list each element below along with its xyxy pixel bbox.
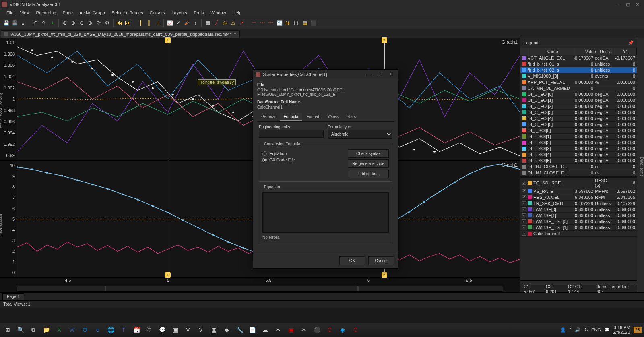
legend-row[interactable]: DI_I_SOI[1]0.000000degCA0.000000 [520, 134, 637, 140]
legend-check-icon[interactable]: ✓ [522, 232, 526, 236]
time-scrollbar[interactable] [17, 286, 503, 292]
menu-layouts[interactable]: Layouts [169, 10, 190, 16]
menu-tools[interactable]: Tools [191, 10, 206, 16]
legend-check-icon[interactable]: ✓ [522, 181, 526, 185]
legend-row[interactable]: ✓HES_ACCEL-6.843365RPM-6.843365 [520, 194, 637, 201]
refresh-icon[interactable]: ⟳ [95, 19, 102, 27]
legend-check-icon[interactable]: ✓ [522, 195, 526, 199]
legend-row[interactable]: DI_C_EOI[4]0.000000degCA0.000000 [520, 116, 637, 122]
zoom-full-icon[interactable]: ⊕ [61, 19, 68, 27]
app17-icon[interactable]: ✂ [299, 325, 309, 335]
cursor-pair-icon[interactable]: ╫ [145, 19, 153, 27]
calendar-icon[interactable]: 📅 [131, 325, 142, 335]
app21-icon[interactable]: C [350, 325, 361, 335]
ok-button[interactable]: OK [339, 256, 365, 265]
menu-active-graph[interactable]: Active Graph [77, 10, 107, 16]
annotation-torque[interactable]: Torque anomaly [198, 79, 236, 85]
tray-lang-icon[interactable]: ENG [591, 327, 601, 332]
word-icon[interactable]: W [67, 325, 77, 335]
tab-formula[interactable]: Formula [280, 113, 303, 121]
legend-check-icon[interactable]: ✓ [522, 189, 526, 193]
legend-row[interactable]: ✓TQ_SOURCEDFSO {6}6 [520, 178, 637, 188]
stop-icon[interactable]: ⬛ [310, 19, 317, 27]
legend-row[interactable]: DI_I_SOI[4]0.000000degCA0.000000 [520, 152, 637, 158]
tab-format[interactable]: Format [302, 113, 323, 121]
app19-icon[interactable]: C [324, 325, 335, 335]
legend-row[interactable]: DI_C_EOI[3]0.000000degCA0.000000 [520, 110, 637, 116]
outlook-icon[interactable]: O [80, 325, 90, 335]
redo-icon[interactable]: ↷ [40, 19, 47, 27]
save-icon[interactable]: 💾 [2, 19, 10, 27]
menu-help[interactable]: Help [230, 10, 244, 16]
check-syntax-button[interactable]: Check syntax [348, 149, 389, 158]
app5-icon[interactable]: 🛡 [144, 325, 155, 335]
line-red-icon[interactable]: ╱ [213, 19, 220, 27]
legend-row[interactable]: DI_I_SOI[5]0.000000degCA0.000000 [520, 158, 637, 164]
wave1-icon[interactable]: 〰 [250, 19, 258, 27]
legend-row[interactable]: DI_C_EOI[1]0.000000degCA0.000000 [520, 97, 637, 103]
chrome-icon[interactable]: 🌐 [105, 325, 116, 335]
legend-row[interactable]: ✓LAMBSE[1]0.890000unitless0.890000 [520, 213, 637, 219]
tab-yaxes[interactable]: YAxes [323, 113, 343, 121]
legend-pin-icon[interactable]: 📌 [628, 40, 634, 45]
legend-row[interactable]: ✓TR_SPK_CMD0.407229Unitless0.407229 [520, 201, 637, 207]
legend-row[interactable]: DI_INJ_CLOSE_DELAY0us0 [520, 164, 637, 170]
cursor1-icon[interactable]: ┃ [137, 19, 144, 27]
tray-up-icon[interactable]: ˄ [569, 327, 572, 333]
legend-check-icon[interactable]: ✓ [522, 219, 526, 223]
add-icon[interactable]: ＋ [49, 19, 56, 27]
app12-icon[interactable]: 🔧 [234, 325, 245, 335]
legend-check-icon[interactable]: ✓ [522, 207, 526, 211]
tray-person-icon[interactable]: 👤 [560, 327, 566, 333]
radio-csharp[interactable]: C# Code File [262, 157, 344, 162]
dialog-titlebar[interactable]: Scalar Properties[CalcChannel1] — ▢ ✕ [253, 70, 398, 79]
app10-icon[interactable]: ▦ [208, 325, 219, 335]
export-icon[interactable]: ⤓ [19, 19, 27, 27]
arrow-icon[interactable]: ↗ [238, 19, 245, 27]
save-all-icon[interactable]: 💾 [11, 19, 18, 27]
table-icon[interactable]: ▤ [301, 19, 308, 27]
tray-clock[interactable]: 3:16 PM 2/4/2021 [613, 325, 630, 335]
legend-check-icon[interactable]: ✓ [522, 213, 526, 217]
zoom-in-icon[interactable]: ⊕ [70, 19, 77, 27]
tab-general[interactable]: General [257, 113, 280, 121]
bars1-icon[interactable]: ⫿⫿ [284, 19, 291, 27]
legend-row[interactable]: fhld_b_tst_01_s0unitless0 [520, 61, 637, 67]
app8-icon[interactable]: V [183, 325, 193, 335]
zoom-y-icon[interactable]: ⊕ [87, 19, 94, 27]
legend-row[interactable]: DI_I_SOI[3]0.000000degCA0.000000 [520, 146, 637, 152]
dialog-close-button[interactable]: ✕ [387, 72, 396, 77]
legend-row[interactable]: ✓VS_RATE-3.597862MPH/s-3.597862 [520, 188, 637, 194]
legend-row[interactable]: fhld_b_tst_02_s0unitless0 [520, 67, 637, 73]
tab-close-icon[interactable]: × [234, 32, 236, 37]
legend-row[interactable]: DI_INJ_CLOSE_DELAY20us0 [520, 170, 637, 176]
app6-icon[interactable]: 💬 [157, 325, 167, 335]
legend-row[interactable]: V_MIS1000_[0]0events0 [520, 73, 637, 79]
undo-icon[interactable]: ↶ [32, 19, 39, 27]
formula-type-select[interactable]: Algebraic [328, 130, 392, 139]
maximize-button[interactable]: ▢ [626, 2, 630, 7]
menu-file[interactable]: File [4, 10, 16, 16]
tray-volume-icon[interactable]: 🔊 [575, 327, 580, 333]
radio-equation[interactable]: Equation [262, 151, 344, 156]
tab-stats[interactable]: Stats [343, 113, 360, 121]
legend-row[interactable]: DI_C_EOI[2]0.000000degCA0.000000 [520, 103, 637, 110]
legend-row[interactable]: DI_I_SOI[2]0.000000degCA0.000000 [520, 140, 637, 146]
menu-recording[interactable]: Recording [33, 10, 58, 16]
skip-fwd-icon[interactable]: ⏭ [124, 19, 132, 27]
app9-icon[interactable]: V [196, 325, 206, 335]
legend-row[interactable]: ✓LAMBSE[0]0.890000unitless0.890000 [520, 207, 637, 213]
legend-row[interactable]: VCT_ANGLE_EXH[0]-0.173987degCA-0.173987 [520, 55, 637, 61]
legend-row[interactable]: APP_PCT_PEDAL0.000000%0.000000 [520, 79, 637, 85]
wave2-icon[interactable]: 〰 [259, 19, 266, 27]
legend-row[interactable]: CATMN_OL_ARMED00 [520, 85, 637, 91]
bars2-icon[interactable]: ⫿⫿ [293, 19, 300, 27]
tray-action-icon[interactable]: 💬 [604, 327, 610, 333]
excel-icon[interactable]: X [54, 325, 64, 335]
chart-red-icon[interactable]: 📈 [166, 19, 173, 27]
app13-icon[interactable]: 📄 [247, 325, 258, 335]
legend-check-icon[interactable]: ✓ [522, 201, 526, 205]
app16-icon[interactable]: ▣ [286, 325, 296, 335]
scroll-thumb-2[interactable] [357, 286, 359, 291]
close-button[interactable]: ✕ [636, 2, 639, 7]
